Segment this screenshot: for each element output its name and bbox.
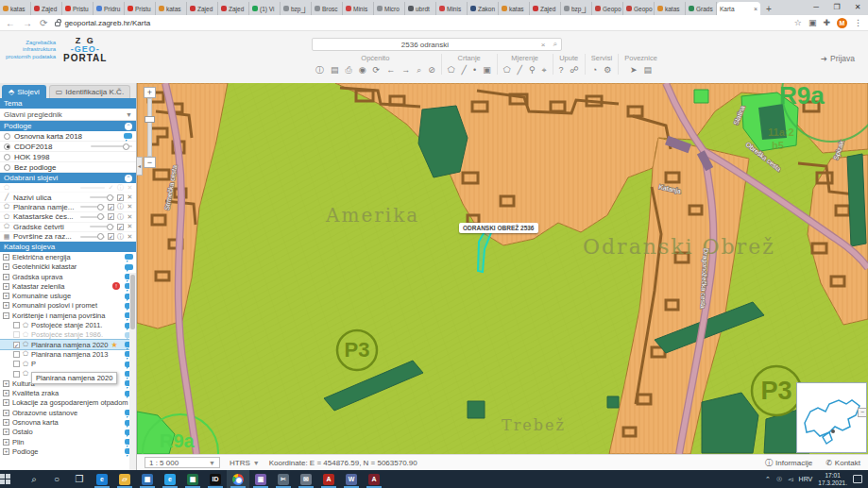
layer-checkbox[interactable] — [13, 331, 20, 338]
task-view-icon[interactable]: ❐ — [68, 474, 91, 484]
crosshair-icon[interactable]: ☍ — [570, 65, 579, 75]
slider-handle[interactable] — [97, 213, 104, 220]
basemap-option[interactable]: CDOF2018 — [0, 142, 136, 152]
browser-tab[interactable]: katas — [499, 2, 530, 15]
catalog-item[interactable]: +Plin — [0, 437, 136, 446]
opacity-slider[interactable] — [91, 145, 132, 147]
basemap-option[interactable]: HOK 1998 — [0, 152, 136, 162]
browser-tab[interactable]: katas — [156, 2, 187, 15]
section-podloge[interactable]: Podloge⌃ — [0, 121, 136, 131]
catalog-item[interactable]: +Gradska uprava — [0, 272, 136, 281]
taskbar-app-calculator[interactable]: ▦ — [136, 470, 159, 488]
status-link-kontakt[interactable]: ✆Kontakt — [825, 459, 860, 467]
slider-handle[interactable] — [123, 143, 129, 150]
people-icon[interactable]: ☉ — [776, 476, 782, 483]
opacity-slider[interactable] — [80, 216, 105, 218]
layer-checkbox[interactable]: ✓ — [108, 213, 114, 220]
taskbar-app-snipping-tool[interactable]: ✂ — [272, 470, 295, 488]
browser-tab[interactable]: Zajed — [31, 2, 62, 15]
layer-checkbox[interactable]: ✓ — [108, 204, 114, 210]
taskbar-app-file-explorer[interactable]: ▱ — [113, 470, 136, 488]
cursor-icon[interactable]: ➤ — [630, 65, 638, 75]
layers-icon[interactable]: ▤ — [644, 65, 653, 75]
globe-icon[interactable]: ◔ — [592, 65, 597, 75]
expander-icon[interactable]: + — [3, 439, 9, 446]
catalog-item[interactable]: ⬠Planirana namjena 2013 — [0, 349, 136, 359]
help-icon[interactable]: ? — [559, 65, 564, 75]
menu-dots-icon[interactable]: ⋮ — [854, 18, 862, 27]
remove-layer-icon[interactable]: ✕ — [127, 203, 133, 210]
selected-layer-row[interactable]: ▦Površine za raz...✓ⓘ✕ — [0, 232, 136, 242]
search-input[interactable] — [313, 39, 537, 50]
browser-tab[interactable]: katas — [0, 2, 31, 15]
browser-tab[interactable]: ubrdt — [405, 2, 436, 15]
taskbar-search-icon[interactable]: ⌕ — [23, 474, 45, 485]
layer-checkbox[interactable] — [13, 361, 20, 367]
omnibox[interactable]: geoportal.zagreb.hr/Karta — [55, 19, 786, 27]
search-icon[interactable]: ⌕ — [550, 40, 561, 49]
catalog-item[interactable]: +Kvaliteta zraka — [0, 389, 136, 398]
avatar[interactable]: M — [837, 18, 847, 28]
theme-select[interactable]: Glavni preglednik▼ — [0, 109, 136, 121]
status-link-informacije[interactable]: ⓘInformacije — [765, 458, 812, 468]
remove-layer-icon[interactable]: ✕ — [127, 213, 133, 221]
basemap-option[interactable]: Bez podloge — [0, 162, 136, 173]
catalog-item[interactable]: +Lokacije za gospodarenjem otpadom — [0, 398, 136, 408]
pushpin-icon[interactable]: ⌖ — [541, 65, 546, 75]
taskbar-app-chrome[interactable] — [227, 470, 249, 488]
opacity-slider[interactable] — [90, 226, 114, 227]
expander-icon[interactable]: + — [3, 283, 9, 290]
browser-tab[interactable]: (1) Vi — [249, 2, 281, 15]
zoom-in-button[interactable]: + — [144, 87, 156, 98]
refresh-icon[interactable]: ⟳ — [373, 65, 381, 75]
browser-tab[interactable]: Geopo — [592, 2, 623, 15]
catalog-item[interactable]: +Obrazovne ustanove — [0, 408, 136, 417]
catalog-item[interactable]: ⬠Postojeće stanje 2011. — [0, 320, 136, 329]
map-search[interactable]: × ⌕ — [312, 38, 562, 51]
catalog-item[interactable]: +Ostalo — [0, 428, 136, 437]
expander-icon[interactable]: + — [3, 399, 9, 406]
favorite-star-icon[interactable]: ★ — [111, 341, 117, 349]
catalog-item[interactable]: −Korištenje i namjena površina — [0, 311, 136, 320]
back-icon[interactable]: ← — [6, 18, 15, 28]
taskbar-app-teams[interactable]: ▣ — [249, 470, 272, 488]
info-icon[interactable]: ⓘ — [117, 202, 124, 211]
opacity-slider[interactable] — [80, 236, 105, 238]
remove-layer-icon[interactable]: ✕ — [127, 233, 133, 241]
taskbar-app-id-app[interactable]: ID — [204, 470, 227, 488]
browser-tab[interactable]: katas — [655, 2, 686, 15]
basemap-option[interactable]: Osnovna karta 2018 — [0, 131, 136, 142]
catalog-item[interactable]: +Podloge — [0, 446, 136, 456]
catalog-item[interactable]: +Električna energija — [0, 252, 136, 261]
taskbar-app-mail[interactable]: ✉ — [295, 470, 317, 488]
layer-checkbox[interactable] — [13, 371, 20, 378]
back-icon[interactable]: ← — [386, 65, 395, 75]
opacity-slider[interactable] — [90, 196, 114, 198]
polygon-icon[interactable]: ⬠ — [448, 65, 455, 75]
bookmark-star-icon[interactable]: ☆ — [794, 18, 802, 27]
sidebar-tab-slojevi[interactable]: ⬘Slojevi — [2, 85, 46, 98]
cortana-icon[interactable]: ○ — [45, 474, 68, 484]
sidebar-tab-identifikacija-k-[interactable]: ▭Identifikacija K.Č. — [49, 85, 130, 98]
radio-button[interactable] — [4, 133, 10, 140]
selected-layer-row[interactable]: ╱Nazivi ulica✓✕ — [0, 193, 136, 202]
browser-tab[interactable]: Brosc — [312, 2, 343, 15]
trash-icon[interactable]: ▣ — [483, 65, 491, 75]
info-icon[interactable]: ⓘ — [117, 212, 124, 222]
expander-icon[interactable]: + — [3, 429, 9, 435]
expander-icon[interactable]: + — [3, 380, 9, 387]
info-icon[interactable]: ⓘ — [117, 232, 124, 242]
layer-checkbox[interactable] — [13, 351, 20, 358]
camera-icon[interactable]: ◉ — [359, 65, 366, 75]
browser-tab[interactable]: bzp_j — [281, 2, 312, 15]
catalog-item[interactable]: ⬠Postojeće stanje 1986. — [0, 330, 136, 340]
taskbar-app-excel[interactable]: ▦ — [181, 470, 204, 488]
slider-handle[interactable] — [107, 224, 113, 230]
inset-collapse-button[interactable]: − — [858, 408, 867, 417]
browser-tab[interactable]: Pridru — [94, 2, 125, 15]
browser-tab[interactable]: Minis — [436, 2, 468, 15]
zoom-out-button[interactable]: − — [144, 157, 156, 168]
clock[interactable]: 17:0117.3.2021. — [818, 472, 847, 486]
url-text[interactable]: geoportal.zagreb.hr/Karta — [64, 19, 150, 27]
expander-icon[interactable]: + — [3, 448, 9, 455]
